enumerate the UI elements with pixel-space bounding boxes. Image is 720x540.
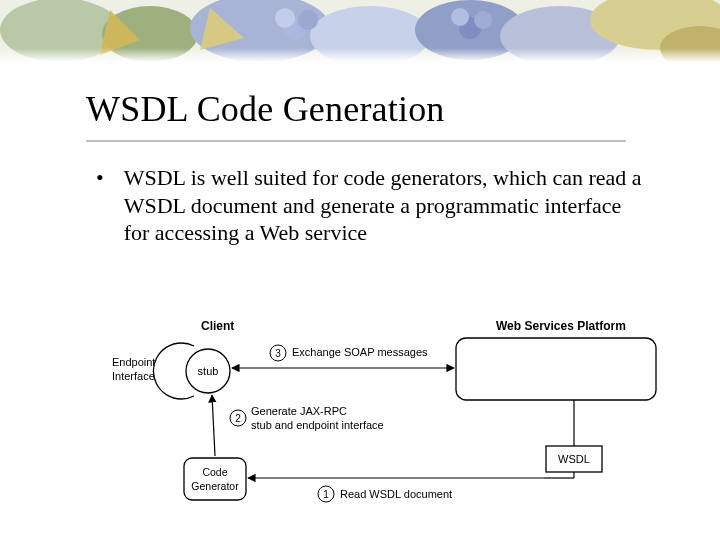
step1-text: Read WSDL document [340, 488, 452, 500]
title-underline [86, 140, 626, 142]
step2-arrow [212, 395, 215, 456]
code-gen-line1: Code [202, 466, 227, 478]
bullet-item: • WSDL is well suited for code generator… [86, 164, 646, 247]
svg-point-13 [474, 11, 492, 29]
endpoint-label-line1: Endpoint [112, 356, 155, 368]
step2-text-line1: Generate JAX-RPC [251, 405, 347, 417]
platform-box [456, 338, 656, 400]
stub-text: stub [198, 365, 219, 377]
decorative-banner [0, 0, 720, 62]
client-label: Client [201, 319, 234, 333]
svg-point-14 [451, 8, 469, 26]
step3-num: 3 [275, 348, 281, 359]
bullet-text: WSDL is well suited for code generators,… [124, 164, 646, 247]
svg-point-10 [275, 8, 295, 28]
platform-label: Web Services Platform [496, 319, 626, 333]
svg-point-11 [298, 10, 318, 30]
endpoint-label-line2: Interface [112, 370, 155, 382]
svg-rect-15 [0, 48, 720, 62]
step2-num: 2 [235, 413, 241, 424]
step2-text-line2: stub and endpoint interface [251, 419, 384, 431]
step1-num: 1 [323, 489, 329, 500]
code-gen-box [184, 458, 246, 500]
wsdl-diagram: Client Web Services Platform stub Endpoi… [106, 318, 666, 518]
bullet-marker: • [96, 164, 104, 192]
code-gen-line2: Generator [191, 480, 239, 492]
step3-text: Exchange SOAP messages [292, 346, 428, 358]
slide-title: WSDL Code Generation [86, 88, 666, 130]
wsdl-text: WSDL [558, 453, 590, 465]
